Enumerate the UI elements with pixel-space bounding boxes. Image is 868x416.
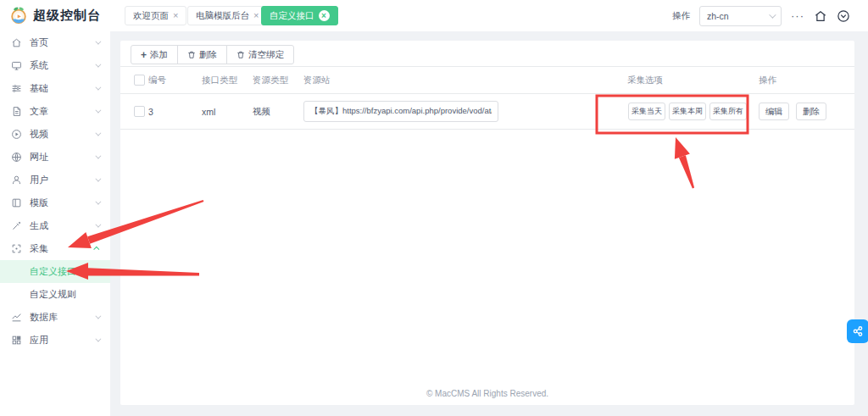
chevron-down-icon (95, 62, 101, 68)
app-logo: 超级控制台 (9, 6, 101, 25)
cell-api-type: xml (202, 94, 215, 129)
clear-binding-button[interactable]: 清空绑定 (226, 45, 294, 64)
version-circle-icon[interactable] (837, 9, 850, 23)
globe-icon (11, 152, 22, 163)
header-actions: 操作 (759, 67, 776, 93)
header-resource-site: 资源站 (303, 67, 331, 93)
toolbar: + 添加 删除 清空绑定 (131, 45, 294, 64)
row-checkbox[interactable] (134, 106, 145, 117)
table-header: 编号 接口类型 资源类型 资源站 采集选项 操作 (120, 66, 854, 94)
header-resource-type: 资源类型 (253, 67, 288, 93)
sidebar-item-label: 模版 (30, 197, 95, 209)
sidebar-item-system[interactable]: 系统 (0, 54, 110, 77)
header-collect-options: 采集选项 (627, 67, 663, 93)
topbar-controls: 操作 zh-cn ··· (672, 0, 850, 31)
tab-pc-template[interactable]: 电脑模版后台 × (187, 6, 267, 25)
generate-icon (11, 220, 22, 231)
sidebar-item-template[interactable]: 模版 (0, 191, 110, 214)
sidebar-item-database[interactable]: 数据库 (0, 306, 110, 329)
sidebar-item-basic[interactable]: 基础 (0, 77, 110, 100)
sidebar-item-collect[interactable]: 采集 (0, 237, 110, 260)
collect-today-button[interactable]: 采集当天 (628, 103, 665, 120)
admin-console: 超级控制台 欢迎页面 × 电脑模版后台 × 自定义接口 × 操作 zh-cn ·… (0, 0, 868, 416)
trash-icon (236, 50, 245, 59)
sidebar-item-article[interactable]: 文章 (0, 100, 110, 123)
sidebar-item-website[interactable]: 网址 (0, 146, 110, 169)
sidebar-item-label: 基础 (30, 82, 95, 95)
delete-label: 删除 (199, 49, 217, 61)
chevron-down-icon (95, 313, 101, 319)
delete-row-button[interactable]: 删除 (796, 103, 826, 120)
collect-all-button[interactable]: 采集所有 (709, 103, 747, 120)
cell-resource-type: 视频 (253, 94, 270, 129)
table-row: 3 xml 视频 采集当天 采集本周 采集所有 编辑 删除 (120, 94, 854, 130)
sidebar-nav: 首页 系统 基础 文章 视频 网址 用户 (0, 31, 110, 416)
share-icon (852, 325, 864, 337)
chevron-down-icon (95, 39, 101, 45)
subitem-label: 自定义接口 (30, 265, 76, 278)
trash-icon (187, 50, 196, 59)
sidebar-item-label: 系统 (30, 59, 95, 72)
tab-label: 电脑模版后台 (196, 10, 249, 22)
chevron-down-icon (95, 199, 101, 205)
header-api-type: 接口类型 (202, 67, 237, 93)
app-title: 超级控制台 (33, 8, 101, 24)
chevron-down-icon (769, 11, 776, 18)
language-select[interactable]: zh-cn (699, 6, 782, 26)
sidebar-item-label: 文章 (30, 105, 95, 118)
chevron-down-icon (95, 222, 101, 228)
sidebar-item-label: 网址 (30, 151, 95, 164)
edit-button[interactable]: 编辑 (759, 103, 789, 120)
close-icon[interactable]: × (253, 11, 259, 20)
tab-label: 自定义接口 (270, 10, 314, 22)
sidebar-item-label: 生成 (30, 219, 95, 232)
sidebar-item-label: 视频 (30, 128, 95, 141)
more-menu-icon[interactable]: ··· (791, 9, 804, 22)
collect-week-button[interactable]: 采集本周 (669, 103, 706, 120)
clear-binding-label: 清空绑定 (248, 49, 284, 61)
sidebar-item-label: 用户 (30, 174, 95, 186)
tab-label: 欢迎页面 (133, 10, 169, 22)
tab-custom-api[interactable]: 自定义接口 × (261, 6, 338, 25)
article-icon (11, 106, 22, 117)
sidebar-subitem-custom-rule[interactable]: 自定义规则 (0, 283, 110, 306)
home-icon[interactable] (814, 9, 827, 23)
sidebar-subitem-custom-api[interactable]: 自定义接口 (0, 260, 110, 283)
action-label: 操作 (672, 10, 690, 22)
header-id: 编号 (148, 67, 166, 93)
select-all-checkbox[interactable] (134, 75, 145, 86)
sidebar-item-apps[interactable]: 应用 (0, 329, 110, 352)
sidebar-item-label: 数据库 (30, 311, 95, 324)
add-button[interactable]: + 添加 (131, 45, 178, 64)
plus-icon: + (141, 49, 147, 61)
sidebar-item-user[interactable]: 用户 (0, 169, 110, 191)
close-circle-icon[interactable]: × (319, 10, 330, 21)
chevron-down-icon (95, 336, 101, 342)
chevron-down-icon (95, 153, 101, 159)
copyright-footer: © MacCMS All Rights Reserved. (120, 389, 854, 398)
subitem-label: 自定义规则 (30, 288, 76, 301)
language-value: zh-cn (707, 11, 729, 21)
video-icon (11, 129, 22, 140)
monitor-icon (11, 60, 22, 71)
maccms-logo-icon (9, 6, 28, 25)
content-card: + 添加 删除 清空绑定 编号 接口类型 资源类型 资源站 采集选项 操作 (120, 41, 854, 405)
resource-url-input[interactable] (303, 101, 498, 122)
sidebar-item-home[interactable]: 首页 (0, 31, 110, 54)
delete-button[interactable]: 删除 (177, 45, 227, 64)
sidebar-item-video[interactable]: 视频 (0, 123, 110, 146)
chevron-down-icon (95, 108, 101, 114)
share-float-button[interactable] (847, 319, 868, 343)
sidebar-item-generate[interactable]: 生成 (0, 214, 110, 237)
add-label: 添加 (150, 49, 168, 61)
user-icon (11, 175, 22, 186)
sidebar-item-label: 应用 (30, 334, 95, 347)
tab-welcome[interactable]: 欢迎页面 × (125, 6, 186, 25)
close-icon[interactable]: × (173, 11, 178, 20)
cell-id: 3 (148, 94, 153, 129)
database-icon (11, 312, 22, 323)
sidebar-item-label: 采集 (30, 242, 95, 255)
template-icon (11, 197, 22, 208)
sliders-icon (11, 83, 22, 94)
chevron-down-icon (95, 85, 101, 91)
